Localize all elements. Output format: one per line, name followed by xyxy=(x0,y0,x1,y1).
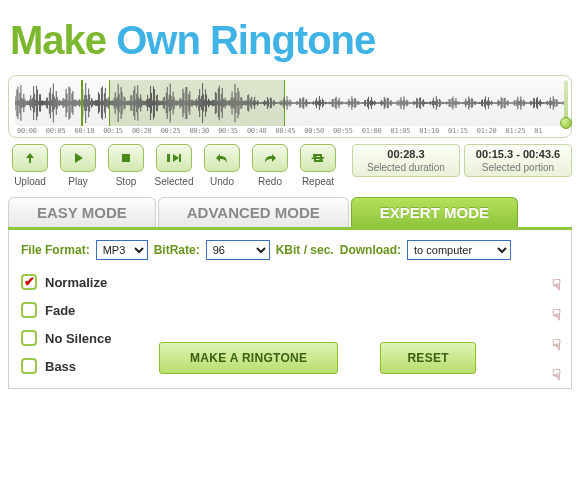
selected-label: Selected xyxy=(152,176,196,187)
waveform-cursor[interactable] xyxy=(81,80,83,126)
timeline-tick: 01:00 xyxy=(362,127,391,135)
undo-label: Undo xyxy=(200,176,244,187)
selected-duration-label: Selected duration xyxy=(361,162,451,173)
file-format-label: File Format: xyxy=(21,243,90,257)
tab-advanced-mode[interactable]: ADVANCED MODE xyxy=(158,197,349,227)
repeat-label: Repeat xyxy=(296,176,340,187)
selected-portion-label: Selected portion xyxy=(473,162,563,173)
drag-handle-icon[interactable]: ☟ xyxy=(552,366,561,384)
redo-tool: Redo xyxy=(248,144,292,187)
undo-tool: Undo xyxy=(200,144,244,187)
svg-rect-1 xyxy=(167,154,170,162)
selected-button[interactable] xyxy=(156,144,192,172)
timeline-tick: 01:05 xyxy=(391,127,420,135)
expert-panel: File Format: MP3 BitRate: 96 KBit / sec.… xyxy=(8,230,572,389)
zoom-slider-knob[interactable] xyxy=(560,117,572,129)
toolbar: UploadPlayStopSelectedUndoRedoRepeat 00:… xyxy=(8,144,572,187)
nosilence-label: No Silence xyxy=(45,331,111,346)
mode-tabs: EASY MODE ADVANCED MODE EXPERT MODE xyxy=(8,197,572,230)
waveform-graphic xyxy=(15,80,565,126)
timeline-tick: 00:35 xyxy=(218,127,247,135)
app-title: Make Own Ringtone xyxy=(8,0,572,75)
timeline-tick: 00:15 xyxy=(103,127,132,135)
timeline-tick: 00:30 xyxy=(189,127,218,135)
timeline-tick: 01:15 xyxy=(448,127,477,135)
selected-duration-value: 00:28.3 xyxy=(361,148,451,160)
timeline-tick: 00:45 xyxy=(276,127,305,135)
undo-icon xyxy=(214,151,230,165)
timeline-tick: 01:10 xyxy=(419,127,448,135)
redo-button[interactable] xyxy=(252,144,288,172)
nosilence-checkbox[interactable] xyxy=(21,330,37,346)
option-fade: Fade☟ xyxy=(21,302,559,318)
make-ringtone-button[interactable]: MAKE A RINGTONE xyxy=(159,342,338,374)
selected-tool: Selected xyxy=(152,144,196,187)
fade-checkbox[interactable] xyxy=(21,302,37,318)
timeline-tick: 00:25 xyxy=(161,127,190,135)
zoom-slider[interactable] xyxy=(559,78,573,135)
bitrate-select[interactable]: 96 xyxy=(206,240,270,260)
repeat-tool: Repeat xyxy=(296,144,340,187)
bass-checkbox[interactable] xyxy=(21,358,37,374)
waveform-panel: 00:0000:0500:1000:1500:2000:2500:3000:35… xyxy=(8,75,572,138)
selected-icon xyxy=(166,151,182,165)
waveform-timeline: 00:0000:0500:1000:1500:2000:2500:3000:35… xyxy=(15,126,565,135)
timeline-tick: 01:25 xyxy=(505,127,534,135)
timeline-tick: 00:50 xyxy=(304,127,333,135)
normalize-checkbox[interactable] xyxy=(21,274,37,290)
play-label: Play xyxy=(56,176,100,187)
title-word-1: Make xyxy=(10,18,106,62)
stop-button[interactable] xyxy=(108,144,144,172)
download-select[interactable]: to computer xyxy=(407,240,511,260)
option-normalize: Normalize☟ xyxy=(21,274,559,290)
download-label: Download: xyxy=(340,243,401,257)
bass-label: Bass xyxy=(45,359,76,374)
timeline-tick: 00:05 xyxy=(46,127,75,135)
drag-handle-icon[interactable]: ☟ xyxy=(552,306,561,324)
tab-expert-mode[interactable]: EXPERT MODE xyxy=(351,197,518,227)
svg-rect-2 xyxy=(179,154,181,162)
stop-icon xyxy=(119,151,133,165)
upload-button[interactable] xyxy=(12,144,48,172)
zoom-slider-track xyxy=(564,80,568,121)
upload-icon xyxy=(23,151,37,165)
timeline-tick: 00:00 xyxy=(17,127,46,135)
play-tool: Play xyxy=(56,144,100,187)
repeat-icon xyxy=(310,151,326,165)
stop-label: Stop xyxy=(104,176,148,187)
undo-button[interactable] xyxy=(204,144,240,172)
timeline-tick: 00:20 xyxy=(132,127,161,135)
file-format-select[interactable]: MP3 xyxy=(96,240,148,260)
title-word-2: Own xyxy=(116,18,200,62)
fade-label: Fade xyxy=(45,303,75,318)
timeline-tick: 00:10 xyxy=(74,127,103,135)
upload-label: Upload xyxy=(8,176,52,187)
repeat-button[interactable] xyxy=(300,144,336,172)
bitrate-unit-label: KBit / sec. xyxy=(276,243,334,257)
waveform[interactable] xyxy=(15,80,565,126)
stop-tool: Stop xyxy=(104,144,148,187)
action-row: MAKE A RINGTONE RESET xyxy=(159,342,476,374)
play-icon xyxy=(71,151,85,165)
timeline-tick: 00:40 xyxy=(247,127,276,135)
normalize-label: Normalize xyxy=(45,275,107,290)
redo-label: Redo xyxy=(248,176,292,187)
title-word-3: Ringtone xyxy=(210,18,375,62)
redo-icon xyxy=(262,151,278,165)
drag-handle-icon[interactable]: ☟ xyxy=(552,276,561,294)
play-button[interactable] xyxy=(60,144,96,172)
drag-handle-icon[interactable]: ☟ xyxy=(552,336,561,354)
tab-easy-mode[interactable]: EASY MODE xyxy=(8,197,156,227)
upload-tool: Upload xyxy=(8,144,52,187)
bitrate-label: BitRate: xyxy=(154,243,200,257)
selected-duration-box: 00:28.3 Selected duration xyxy=(352,144,460,177)
timeline-tick: 00:55 xyxy=(333,127,362,135)
reset-button[interactable]: RESET xyxy=(380,342,476,374)
selected-portion-value: 00:15.3 - 00:43.6 xyxy=(473,148,563,160)
svg-rect-0 xyxy=(122,154,130,162)
format-row: File Format: MP3 BitRate: 96 KBit / sec.… xyxy=(21,240,559,260)
timeline-tick: 01:20 xyxy=(477,127,506,135)
selected-portion-box: 00:15.3 - 00:43.6 Selected portion xyxy=(464,144,572,177)
